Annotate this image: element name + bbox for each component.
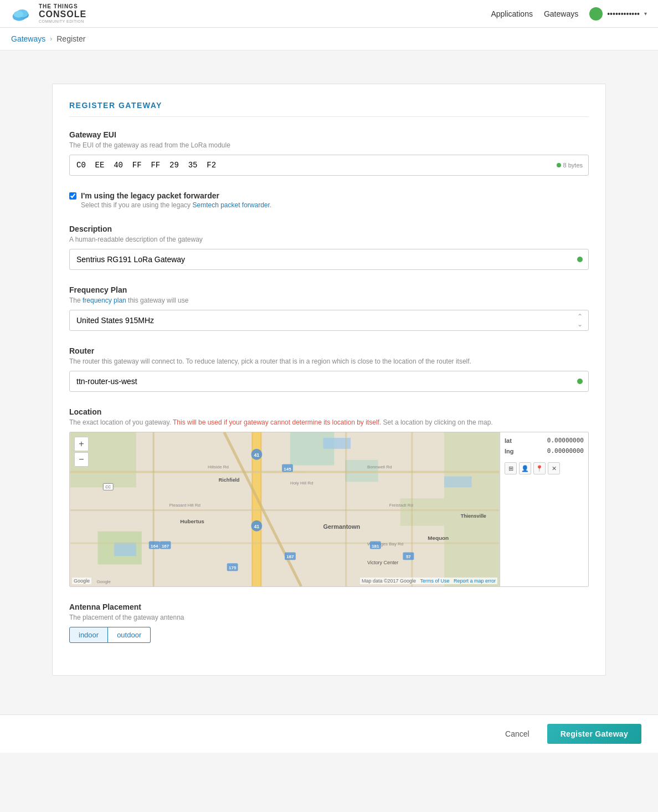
antenna-placement-indoor-button[interactable]: indoor [69,627,108,643]
svg-text:175: 175 [229,565,237,570]
map-svg: 41 41 Hillside Rd Pleasant Hill Rd [70,432,500,586]
map-tool-icons: ⊞ 👤 📍 ✕ [505,462,584,474]
location-description: The exact location of you gateway. This … [69,418,589,426]
map-sidebar: lat 0.00000000 lng 0.00000000 ⊞ 👤 📍 ✕ [500,432,588,586]
svg-text:Google: Google [96,579,111,584]
router-input[interactable] [70,371,577,391]
map-zoom-out-button[interactable]: − [74,452,89,467]
gateway-eui-input-wrapper: 8 bytes [69,155,589,176]
svg-rect-13 [444,476,472,487]
gateway-eui-field: Gateway EUI The EUI of the gateway as re… [69,130,589,176]
breadcrumb-current: Register [56,34,85,43]
logo-area: THE THINGS CONSOLE COMMUNITY EDITION [11,3,86,23]
router-description: The router this gateway will connect to.… [69,358,589,365]
description-input-wrapper [69,249,589,270]
antenna-placement-outdoor-button[interactable]: outdoor [108,627,151,643]
svg-rect-11 [114,543,136,556]
map-tool-buildings-icon[interactable]: ⊞ [505,462,517,474]
svg-text:41: 41 [254,452,259,458]
legacy-checkbox[interactable] [69,192,76,200]
nav-applications[interactable]: Applications [491,9,533,18]
svg-text:164: 164 [151,544,158,549]
header-nav: Applications Gateways •••••••••••• ▾ [491,7,647,21]
legacy-checkbox-label[interactable]: I'm using the legacy packet forwarder [81,191,219,200]
description-description: A human-readable description of the gate… [69,236,589,243]
svg-point-3 [14,11,23,17]
map-tool-person-icon[interactable]: 👤 [519,462,531,474]
antenna-placement-button-group: indoor outdoor [69,627,589,643]
svg-text:Richfield: Richfield [219,477,240,483]
description-input[interactable] [70,249,577,269]
svg-text:181: 181 [372,544,379,549]
gateway-eui-badge: 8 bytes [557,162,583,168]
breadcrumb-separator: › [50,35,52,43]
eui-byte-count: 8 bytes [563,162,583,168]
router-input-wrapper [69,371,589,392]
lng-value: 0.00000000 [547,447,584,454]
svg-text:145: 145 [284,467,291,472]
user-avatar-dot [589,7,603,21]
svg-text:Mequon: Mequon [428,535,449,541]
router-label: Router [69,346,589,355]
header: THE THINGS CONSOLE COMMUNITY EDITION App… [0,0,658,28]
user-area[interactable]: •••••••••••• ▾ [589,7,647,21]
frequency-plan-select-wrapper: United States 915MHz Europe 868MHz Austr… [69,310,589,331]
map-tool-close-icon[interactable]: ✕ [548,462,560,474]
legacy-checkbox-text: I'm using the legacy packet forwarder Se… [81,191,271,209]
svg-rect-25 [345,432,347,586]
svg-text:41: 41 [254,524,259,529]
gateway-eui-input[interactable] [70,155,588,175]
page-footer: Cancel Register Gateway [0,714,658,753]
svg-text:167: 167 [162,544,169,549]
user-menu-chevron-icon: ▾ [644,11,647,17]
logo-ttn: THE THINGS [39,3,86,9]
nav-gateways[interactable]: Gateways [544,9,578,18]
logo-console: CONSOLE [39,9,86,19]
map-report-link[interactable]: Report a map error [454,578,496,584]
svg-text:Hillside Rd: Hillside Rd [208,464,229,469]
user-name: •••••••••••• [607,9,640,18]
cancel-button[interactable]: Cancel [496,725,538,743]
map-terms-link[interactable]: Terms of Use [420,578,449,584]
lat-label: lat [505,437,512,444]
map-tool-pin-icon[interactable]: 📍 [533,462,546,474]
frequency-plan-link[interactable]: frequency plan [83,297,126,304]
svg-rect-22 [70,543,499,544]
lat-coord-row: lat 0.00000000 [505,437,584,444]
location-field: Location The exact location of you gatew… [69,407,589,587]
gateway-eui-description: The EUI of the gateway as read from the … [69,141,589,149]
map-controls: + − [74,437,89,467]
antenna-placement-field: Antenna Placement The placement of the g… [69,602,589,643]
svg-text:Freistadt Rd: Freistadt Rd [389,503,413,508]
svg-text:Hubertus: Hubertus [180,518,204,524]
svg-text:167: 167 [286,554,294,559]
breadcrumb-parent[interactable]: Gateways [11,34,45,43]
svg-text:57: 57 [406,554,411,559]
svg-text:Holy Hill Rd: Holy Hill Rd [290,481,313,486]
description-valid-icon [577,257,583,262]
map-area[interactable]: 41 41 Hillside Rd Pleasant Hill Rd [70,432,500,586]
svg-rect-26 [411,432,413,586]
location-label: Location [69,407,589,416]
map-container: 41 41 Hillside Rd Pleasant Hill Rd [69,432,589,587]
svg-rect-24 [153,432,155,586]
logo-text: THE THINGS CONSOLE COMMUNITY EDITION [39,3,86,23]
lng-label: lng [505,448,514,454]
legacy-checkbox-sublabel: Select this if you are using the legacy … [81,201,271,209]
svg-rect-21 [70,509,499,511]
lng-coord-row: lng 0.00000000 [505,447,584,454]
svg-text:Thiensville: Thiensville [461,513,486,519]
svg-text:Germantown: Germantown [323,523,361,530]
frequency-plan-select[interactable]: United States 915MHz Europe 868MHz Austr… [70,310,588,330]
svg-text:CC: CC [105,485,111,489]
eui-valid-icon [557,163,561,167]
register-gateway-button[interactable]: Register Gateway [547,724,641,744]
gateway-eui-label: Gateway EUI [69,130,589,139]
svg-text:Pleasant Hill Rd: Pleasant Hill Rd [169,503,201,508]
map-zoom-in-button[interactable]: + [74,437,89,451]
antenna-placement-description: The placement of the gateway antenna [69,614,589,621]
form-title: REGISTER GATEWAY [69,101,589,117]
map-attribution: Google [72,578,91,584]
cloud-logo-icon [11,6,33,22]
semtech-link[interactable]: Semtech packet forwarder [192,201,269,209]
